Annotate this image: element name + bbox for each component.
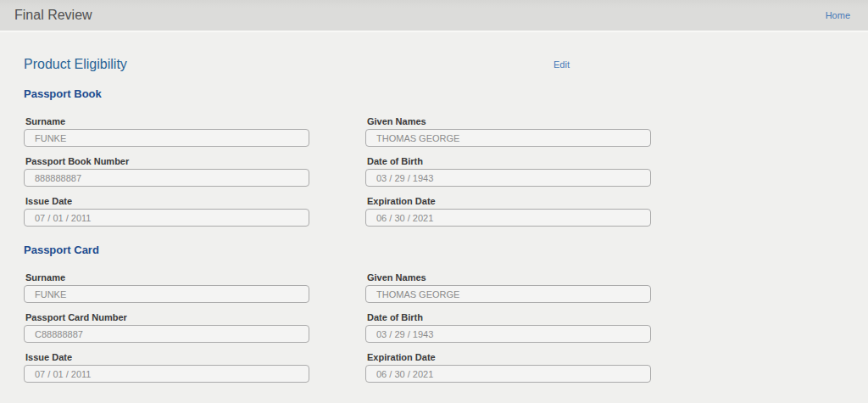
field-label: Passport Card Number [25, 312, 309, 323]
field-label: Given Names [367, 116, 651, 127]
field-label: Date of Birth [367, 156, 651, 167]
top-header-bar: Final Review Home [0, 0, 868, 32]
field-label: Issue Date [25, 196, 309, 207]
passport-card-fields: Surname Given Names Passport Card Number… [24, 272, 868, 383]
content-area: Product Eligibility Edit Passport Book S… [0, 32, 868, 383]
field-passport-card-number: Passport Card Number [24, 312, 309, 343]
field-expiration-date: Expiration Date [365, 352, 651, 383]
section-title-passport-book: Passport Book [24, 88, 868, 100]
field-label: Date of Birth [367, 312, 651, 323]
field-label: Surname [25, 116, 309, 127]
field-surname: Surname [24, 116, 309, 147]
edit-link[interactable]: Edit [554, 59, 570, 70]
field-label: Issue Date [25, 352, 309, 363]
field-row: Surname Given Names [24, 116, 868, 147]
field-issue-date: Issue Date [24, 196, 309, 227]
passport-book-number-input[interactable] [24, 169, 309, 187]
surname-input[interactable] [24, 129, 309, 147]
field-label: Passport Book Number [25, 156, 309, 167]
section-title-passport-card: Passport Card [24, 244, 868, 256]
field-label: Expiration Date [367, 352, 651, 363]
field-row: Passport Card Number Date of Birth [24, 312, 868, 343]
home-link[interactable]: Home [826, 10, 850, 20]
page-header-title: Final Review [14, 8, 92, 23]
passport-card-number-input[interactable] [24, 325, 309, 343]
date-of-birth-input[interactable] [365, 169, 651, 187]
given-names-input[interactable] [365, 129, 651, 147]
page-title: Product Eligibility [24, 56, 868, 73]
field-row: Passport Book Number Date of Birth [24, 156, 868, 187]
passport-book-fields: Surname Given Names Passport Book Number… [24, 116, 868, 227]
field-label: Surname [25, 272, 309, 283]
card-given-names-input[interactable] [365, 285, 651, 303]
field-label: Given Names [367, 272, 651, 283]
field-given-names: Given Names [365, 272, 651, 303]
field-row: Surname Given Names [24, 272, 868, 303]
field-row: Issue Date Expiration Date [24, 196, 868, 227]
field-date-of-birth: Date of Birth [365, 312, 651, 343]
field-given-names: Given Names [365, 116, 651, 147]
field-passport-book-number: Passport Book Number [24, 156, 309, 187]
field-issue-date: Issue Date [24, 352, 309, 383]
card-issue-date-input[interactable] [24, 365, 309, 383]
issue-date-input[interactable] [24, 209, 309, 227]
field-label: Expiration Date [367, 196, 651, 207]
card-expiration-date-input[interactable] [365, 365, 651, 383]
card-surname-input[interactable] [24, 285, 309, 303]
field-row: Issue Date Expiration Date [24, 352, 868, 383]
field-expiration-date: Expiration Date [365, 196, 651, 227]
final-review-page: Final Review Home Product Eligibility Ed… [0, 0, 868, 403]
expiration-date-input[interactable] [365, 209, 651, 227]
field-date-of-birth: Date of Birth [365, 156, 651, 187]
card-date-of-birth-input[interactable] [365, 325, 651, 343]
field-surname: Surname [24, 272, 309, 303]
